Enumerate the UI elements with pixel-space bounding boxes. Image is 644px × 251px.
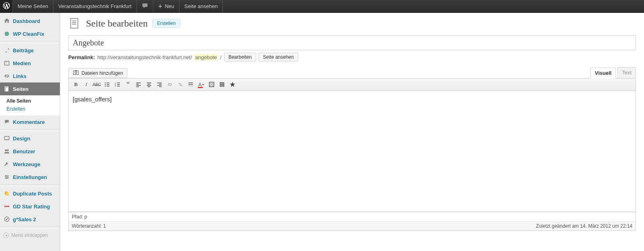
title-wrap xyxy=(68,35,636,50)
strikethrough-button[interactable]: ABC xyxy=(92,80,102,89)
wordcount-label: Wörteranzahl: xyxy=(72,223,103,229)
menu-collapse[interactable]: ◂ Menü einklappen xyxy=(0,229,60,241)
admin-bar-view-page[interactable]: Seite ansehen xyxy=(179,0,223,13)
admin-bar-site-name[interactable]: Veranstaltungstechnik Frankfurt xyxy=(53,0,137,13)
tab-text[interactable]: Text xyxy=(618,67,636,78)
svg-point-2 xyxy=(6,62,6,63)
label: Visuell xyxy=(595,70,611,76)
align-left-button[interactable] xyxy=(134,80,143,89)
plus-icon: + xyxy=(158,3,163,10)
bold-button[interactable]: B xyxy=(71,80,81,89)
media-icon xyxy=(3,60,10,67)
italic-button[interactable]: I xyxy=(82,80,91,89)
path-value[interactable]: p xyxy=(84,214,87,220)
admin-bar: Meine Seiten Veranstaltungstechnik Frank… xyxy=(0,0,644,13)
kitchen-sink-button[interactable] xyxy=(217,80,227,89)
svg-rect-38 xyxy=(136,82,141,83)
editor-body[interactable]: [gsales_offers] xyxy=(69,91,636,212)
add-new-button[interactable]: Erstellen xyxy=(153,19,180,28)
link-button[interactable] xyxy=(165,80,175,89)
svg-rect-55 xyxy=(220,82,221,83)
svg-rect-17 xyxy=(4,206,10,207)
add-media-button[interactable]: Dateien hinzufügen xyxy=(68,68,127,78)
label: Text xyxy=(622,70,632,76)
label: Dateien hinzufügen xyxy=(82,70,123,76)
label: Seite ansehen xyxy=(263,54,294,60)
menu-users[interactable]: Benutzer xyxy=(0,145,60,158)
permalink-label: Permalink: xyxy=(68,54,95,60)
menu-separator xyxy=(0,184,60,186)
menu-pages[interactable]: Seiten xyxy=(0,82,60,95)
comment-icon xyxy=(3,118,10,126)
label: Einstellungen xyxy=(13,174,47,180)
svg-rect-16 xyxy=(6,193,8,196)
wordpress-icon xyxy=(3,2,10,10)
align-center-button[interactable] xyxy=(144,80,154,89)
svg-point-28 xyxy=(105,84,106,85)
menu-appearance[interactable]: Design xyxy=(0,132,60,145)
editor-content: [gsales_offers] xyxy=(73,96,112,103)
admin-bar-comments[interactable] xyxy=(137,0,153,13)
label: Beiträge xyxy=(13,47,34,53)
fullscreen-button[interactable] xyxy=(207,80,216,89)
menu-gd-star[interactable]: GD Star Rating xyxy=(0,200,60,213)
duplicate-icon xyxy=(3,190,10,197)
submenu-new-page[interactable]: Erstellen xyxy=(4,105,60,113)
numbered-list-button[interactable]: 123 xyxy=(113,80,122,89)
permalink-trail: / xyxy=(220,54,222,60)
admin-sidebar: Dashboard WP CleanFix Beiträge Medien Li… xyxy=(0,13,60,251)
svg-rect-37 xyxy=(117,86,120,86)
menu-duplicate-posts[interactable]: Duplicate Posts xyxy=(0,187,60,200)
svg-rect-25 xyxy=(75,70,77,71)
menu-settings[interactable]: Einstellungen xyxy=(0,171,60,183)
svg-point-30 xyxy=(105,86,106,86)
path-label: Pfad: xyxy=(72,214,84,220)
menu-gsales[interactable]: g*Sales 2 xyxy=(0,213,60,226)
page-icon xyxy=(3,85,10,93)
last-edited: Zuletzt geändert am 14. März 2012 um 22:… xyxy=(536,223,632,229)
bullet-list-button[interactable] xyxy=(102,80,112,89)
blockquote-button[interactable]: “ xyxy=(123,80,133,89)
svg-rect-61 xyxy=(220,85,221,86)
insert-more-button[interactable] xyxy=(186,80,196,89)
gsales-icon xyxy=(3,216,10,223)
svg-rect-60 xyxy=(223,84,224,85)
svg-rect-4 xyxy=(6,87,8,91)
align-right-button[interactable] xyxy=(155,80,164,89)
label: Dashboard xyxy=(13,18,40,24)
label: Menü einklappen xyxy=(11,232,48,238)
permalink-slug: angebote xyxy=(194,54,218,60)
svg-point-0 xyxy=(4,31,9,36)
menu-media[interactable]: Medien xyxy=(0,57,60,70)
tools-icon xyxy=(3,160,10,168)
tab-visual[interactable]: Visuell xyxy=(590,68,616,78)
permalink-view-button[interactable]: Seite ansehen xyxy=(259,53,298,62)
comment-bubble-icon xyxy=(142,2,148,10)
menu-cleanfix[interactable]: WP CleanFix xyxy=(0,27,60,40)
text-color-button[interactable]: A▾ xyxy=(196,80,206,89)
svg-text:3: 3 xyxy=(115,85,116,87)
admin-bar-new[interactable]: + Neu xyxy=(153,0,179,13)
wp-logo[interactable] xyxy=(0,0,13,13)
svg-rect-31 xyxy=(106,86,109,86)
menu-tools[interactable]: Werkzeuge xyxy=(0,158,60,171)
menu-comments[interactable]: Kommentare xyxy=(0,115,60,128)
submenu-all-pages[interactable]: Alle Seiten xyxy=(4,97,60,105)
settings-icon xyxy=(3,173,10,181)
svg-rect-19 xyxy=(71,19,78,28)
permalink-base: http://veranstaltungstechnik-frankfurt.n… xyxy=(97,54,192,60)
admin-bar-my-sites[interactable]: Meine Seiten xyxy=(13,0,53,13)
permalink-edit-button[interactable]: Bearbeiten xyxy=(224,53,256,62)
post-title-input[interactable] xyxy=(68,35,636,50)
star-button[interactable]: ★ xyxy=(228,80,237,89)
menu-dashboard[interactable]: Dashboard xyxy=(0,14,60,27)
page-title: Seite bearbeiten xyxy=(86,18,148,29)
unlink-button[interactable] xyxy=(175,80,185,89)
menu-links[interactable]: Links xyxy=(0,70,60,82)
label: Medien xyxy=(13,60,31,66)
permalink-row: Permalink: http://veranstaltungstechnik-… xyxy=(68,53,636,62)
svg-rect-41 xyxy=(136,86,139,87)
label: Neu xyxy=(165,3,174,9)
menu-posts[interactable]: Beiträge xyxy=(0,44,60,57)
svg-point-13 xyxy=(7,176,8,177)
